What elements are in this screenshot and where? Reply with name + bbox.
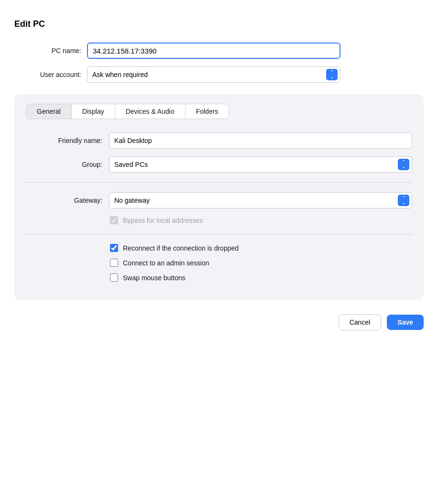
tabs-bar: General Display Devices & Audio Folders <box>26 104 229 119</box>
swap-mouse-checkbox[interactable] <box>110 274 118 282</box>
group-label: Group: <box>26 161 102 168</box>
group-row: Group: Saved PCs <box>26 156 412 173</box>
admin-session-label: Connect to an admin session <box>123 259 209 267</box>
gateway-label: Gateway: <box>26 197 102 204</box>
bypass-checkbox[interactable] <box>110 216 118 224</box>
dialog-footer: Cancel Save <box>14 314 424 330</box>
gateway-select[interactable]: No gateway <box>109 192 412 208</box>
tab-devices-audio[interactable]: Devices & Audio <box>115 104 186 119</box>
pc-name-label: PC name: <box>14 47 81 55</box>
reconnect-checkbox[interactable] <box>110 244 118 252</box>
gateway-row: Gateway: No gateway <box>26 192 412 208</box>
tabs-panel: General Display Devices & Audio Folders … <box>14 94 424 300</box>
dialog-title: Edit PC <box>14 19 424 29</box>
pc-name-row: PC name: <box>14 43 424 59</box>
friendly-name-input[interactable] <box>109 132 412 149</box>
tab-folders[interactable]: Folders <box>186 104 229 119</box>
user-account-wrapper: Ask when required Add User Account... <box>87 66 340 83</box>
swap-mouse-row: Swap mouse buttons <box>26 274 412 282</box>
user-account-row: User account: Ask when required Add User… <box>14 66 424 83</box>
divider-checkboxes <box>26 234 412 234</box>
save-button[interactable]: Save <box>387 315 424 330</box>
swap-mouse-label: Swap mouse buttons <box>123 274 186 282</box>
reconnect-label: Reconnect if the connection is dropped <box>123 244 239 252</box>
edit-pc-dialog: Edit PC PC name: User account: Ask when … <box>14 19 424 330</box>
gateway-wrapper: No gateway <box>109 192 412 208</box>
tab-display[interactable]: Display <box>72 104 115 119</box>
tab-general[interactable]: General <box>26 104 72 119</box>
bypass-row: Bypass for local addresses <box>26 216 412 224</box>
bypass-label: Bypass for local addresses <box>123 217 203 224</box>
pc-name-input[interactable] <box>87 43 340 59</box>
reconnect-row: Reconnect if the connection is dropped <box>26 244 412 252</box>
cancel-button[interactable]: Cancel <box>339 314 382 330</box>
user-account-select[interactable]: Ask when required Add User Account... <box>87 66 340 83</box>
admin-session-checkbox[interactable] <box>110 259 118 267</box>
friendly-name-row: Friendly name: <box>26 132 412 149</box>
friendly-name-label: Friendly name: <box>26 137 102 144</box>
group-wrapper: Saved PCs <box>109 156 412 173</box>
user-account-label: User account: <box>14 71 81 78</box>
admin-session-row: Connect to an admin session <box>26 259 412 267</box>
group-select[interactable]: Saved PCs <box>109 156 412 173</box>
divider-gateway <box>26 182 412 183</box>
